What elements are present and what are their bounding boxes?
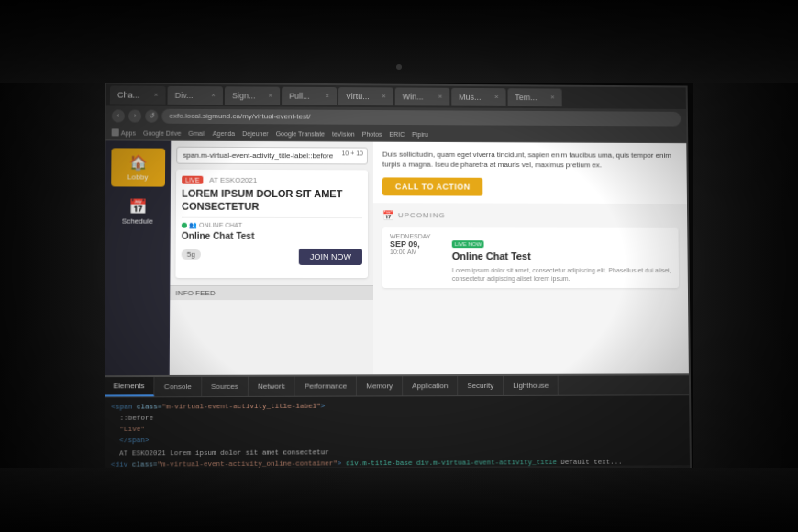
- tab-label: Cha...: [117, 90, 139, 99]
- bookmark-dejeuner[interactable]: Déjeuner: [242, 130, 269, 137]
- bookmark-eric[interactable]: ERIC: [389, 131, 405, 138]
- devtools-tab-sources[interactable]: Sources: [202, 377, 249, 396]
- tab-4[interactable]: Pull... ×: [282, 86, 337, 105]
- upcoming-event-title: Online Chat Test: [452, 250, 671, 263]
- bookmark-photos-label: Photos: [362, 131, 382, 138]
- code-line-4: </span>: [111, 432, 682, 446]
- tab-6-label: Win...: [403, 92, 424, 101]
- tab-bar: Cha... × Div... × Sign... × Pull... × Vi…: [106, 83, 686, 108]
- tab-2-label: Div...: [175, 91, 194, 100]
- bookmark-translate[interactable]: Google Translate: [276, 130, 325, 137]
- tab-3-close[interactable]: ×: [268, 92, 272, 100]
- info-feed-label: INFO FEED: [175, 289, 215, 297]
- devtools-tab-lighthouse[interactable]: Lighthouse: [504, 376, 559, 395]
- bookmark-translate-label: Google Translate: [276, 130, 325, 137]
- bookmark-eric-label: ERIC: [389, 131, 405, 138]
- bookmark-drive-label: Google Drive: [143, 129, 181, 136]
- bookmark-apps[interactable]: Apps: [112, 129, 136, 137]
- chat-title: Online Chat Test: [182, 230, 362, 240]
- tab-7-close[interactable]: ×: [494, 93, 499, 101]
- tab-active[interactable]: Cha... ×: [110, 85, 166, 104]
- tooltip-count: 10 + 10: [341, 150, 363, 156]
- event-year: AT ESKO2021: [209, 176, 257, 184]
- devtools-tab-elements[interactable]: Elements: [104, 377, 155, 396]
- devtools-tab-application[interactable]: Application: [403, 376, 458, 395]
- online-chat-label: 👥 ONLINE CHAT: [182, 221, 362, 228]
- bookmark-photos[interactable]: Photos: [362, 131, 382, 138]
- tab-7-label: Mus...: [459, 93, 481, 102]
- devtools-tab-security[interactable]: Security: [458, 376, 504, 395]
- laptop-frame: Cha... × Div... × Sign... × Pull... × Vi…: [0, 0, 798, 532]
- devtools-tab-console[interactable]: Console: [155, 377, 202, 396]
- tab-6-close[interactable]: ×: [438, 93, 443, 101]
- call-to-action-button[interactable]: CALL TO ACTION: [382, 178, 483, 196]
- devtools-tab-network[interactable]: Network: [249, 377, 295, 396]
- tab-6[interactable]: Win... ×: [395, 87, 450, 105]
- apps-icon: [112, 129, 119, 137]
- sidebar-item-lobby[interactable]: 🏠 Lobby: [111, 148, 165, 186]
- tab-5-label: Virtu...: [346, 92, 370, 101]
- upcoming-event-card: WEDNESDAY SEP 09, 10:00 AM LIVE NOW Onli…: [382, 227, 679, 287]
- tab-3-label: Sign...: [232, 91, 256, 100]
- sidebar-schedule-label: Schedule: [122, 217, 153, 226]
- live-badge: LIVE: [182, 176, 203, 184]
- event-time: 10:00 AM: [390, 249, 445, 255]
- tooltip-text: span.m-virtual-event-activity_title-labe…: [183, 151, 333, 161]
- forward-button[interactable]: ›: [128, 109, 141, 122]
- event-date-column: WEDNESDAY SEP 09, 10:00 AM: [390, 233, 445, 282]
- tab-close-icon[interactable]: ×: [154, 91, 159, 99]
- upcoming-header: 📅 UPCOMING: [382, 211, 678, 222]
- bookmark-apps-label: Apps: [121, 129, 136, 136]
- tab-3[interactable]: Sign... ×: [225, 86, 280, 105]
- bookmark-pipiru-label: Pipiru: [412, 131, 428, 138]
- upcoming-section: 📅 UPCOMING WEDNESDAY SEP 09, 10:00 AM LI…: [373, 204, 688, 295]
- bookmark-pipiru[interactable]: Pipiru: [412, 131, 428, 138]
- bookmark-agenda-label: Agenda: [213, 130, 235, 137]
- tab-5-close[interactable]: ×: [382, 93, 386, 101]
- online-chat-label-text: 👥: [189, 221, 197, 228]
- bookmark-agenda[interactable]: Agenda: [213, 130, 235, 137]
- upcoming-event-details: LIVE NOW Online Chat Test Lorem ipsum do…: [452, 234, 671, 283]
- camera-dot: [396, 64, 402, 70]
- info-feed-bar: INFO FEED: [170, 285, 373, 300]
- tab-8-label: Tem...: [515, 93, 537, 102]
- tab-5[interactable]: Virtu... ×: [338, 87, 393, 105]
- dark-overlay-bottom: [0, 468, 798, 532]
- tab-8[interactable]: Tem... ×: [508, 88, 562, 106]
- refresh-button[interactable]: ↺: [145, 109, 158, 122]
- url-text: exfo.local.sigmund.ca/my/virtual-event-t…: [169, 112, 310, 121]
- online-chat-section: 👥 ONLINE CHAT Online Chat Test 5g JOIN N…: [182, 216, 362, 268]
- event-title: LOREM IPSUM DOLOR SIT AMET CONSECTETUR: [182, 187, 362, 214]
- bookmark-tevision[interactable]: teVision: [332, 130, 355, 137]
- tab-8-close[interactable]: ×: [550, 94, 555, 102]
- online-chat-label-value: ONLINE CHAT: [199, 222, 242, 228]
- tab-2[interactable]: Div... ×: [168, 86, 223, 105]
- devtools-tabs: Elements Console Sources Network Perform…: [104, 375, 689, 397]
- back-button[interactable]: ‹: [112, 109, 125, 122]
- tab-7[interactable]: Mus... ×: [451, 88, 505, 106]
- devtools-tab-performance[interactable]: Performance: [295, 376, 357, 395]
- chat-online-dot: [182, 222, 187, 227]
- bookmark-tevision-label: teVision: [332, 130, 355, 137]
- sidebar-item-schedule[interactable]: 📅 Schedule: [110, 192, 164, 230]
- tab-4-label: Pull...: [289, 91, 310, 100]
- upcoming-header-text: UPCOMING: [398, 212, 446, 220]
- join-now-button[interactable]: JOIN NOW: [299, 249, 362, 265]
- sidebar-lobby-label: Lobby: [127, 172, 148, 181]
- bookmark-dejeuner-label: Déjeuner: [242, 130, 269, 137]
- bookmark-gmail-label: Gmail: [188, 130, 205, 137]
- upcoming-event-description: Lorem ipsum dolor sit amet, consectetur …: [452, 266, 671, 283]
- address-bar-row: ‹ › ↺ exfo.local.sigmund.ca/my/virtual-e…: [106, 105, 687, 128]
- address-bar[interactable]: exfo.local.sigmund.ca/my/virtual-event-t…: [161, 108, 681, 126]
- bookmark-drive[interactable]: Google Drive: [143, 129, 181, 136]
- bookmark-gmail[interactable]: Gmail: [188, 130, 205, 137]
- devtools-tab-memory[interactable]: Memory: [357, 376, 403, 395]
- devtools-content: <span class="m-virtual-event-activity_ti…: [104, 395, 690, 474]
- dark-overlay-top: [0, 0, 798, 83]
- tab-4-close[interactable]: ×: [325, 92, 329, 100]
- schedule-icon: 📅: [128, 198, 147, 216]
- screen: Cha... × Div... × Sign... × Pull... × Vi…: [101, 82, 692, 489]
- event-card: LIVE AT ESKO2021 LOREM IPSUM DOLOR SIT A…: [175, 170, 368, 278]
- home-icon: 🏠: [128, 153, 147, 171]
- tab-2-close[interactable]: ×: [211, 91, 216, 99]
